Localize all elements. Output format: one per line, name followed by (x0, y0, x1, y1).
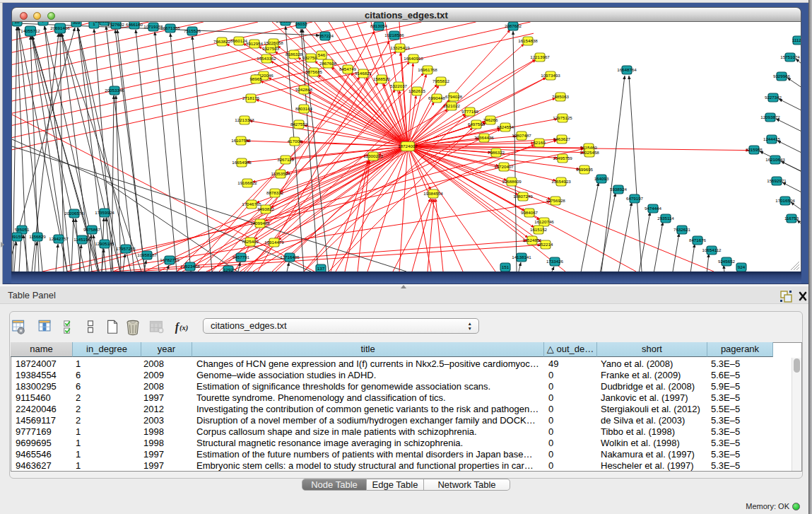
svg-text:16640910: 16640910 (404, 56, 423, 61)
svg-text:17046765: 17046765 (242, 201, 261, 206)
svg-text:7485063: 7485063 (552, 94, 570, 99)
svg-text:5322037: 5322037 (390, 83, 408, 88)
svg-text:16120746: 16120746 (534, 219, 554, 224)
svg-text:12975125: 12975125 (553, 115, 572, 120)
svg-text:7357224: 7357224 (317, 33, 334, 38)
svg-text:18807249: 18807249 (513, 194, 533, 199)
svg-text:9699695: 9699695 (576, 167, 594, 172)
svg-text:14055712: 14055712 (20, 28, 40, 33)
svg-text:746266: 746266 (483, 117, 498, 122)
svg-text:9457791: 9457791 (233, 255, 250, 259)
svg-text:8813054: 8813054 (370, 23, 388, 28)
svg-text:8454749: 8454749 (339, 66, 357, 71)
svg-text:17016504: 17016504 (775, 198, 795, 203)
svg-text:12093872: 12093872 (760, 115, 780, 119)
svg-text:12942757: 12942757 (49, 236, 69, 241)
svg-text:8186328: 8186328 (286, 52, 303, 57)
svg-text:9329966: 9329966 (773, 74, 791, 78)
svg-text:16033: 16033 (295, 22, 307, 26)
svg-text:3493822: 3493822 (257, 206, 275, 211)
svg-text:9463627: 9463627 (553, 136, 571, 141)
svg-text:20053346: 20053346 (105, 88, 124, 93)
svg-text:546: 546 (318, 52, 326, 57)
svg-text:5938924: 5938924 (610, 187, 628, 192)
svg-text:116753: 116753 (784, 216, 799, 221)
svg-text:9146821: 9146821 (355, 71, 372, 76)
svg-text:12213967: 12213967 (530, 54, 550, 59)
svg-text:1244415: 1244415 (763, 136, 781, 141)
svg-text:39159: 39159 (12, 234, 23, 239)
svg-text:10973493: 10973493 (541, 73, 560, 78)
svg-text:3875685: 3875685 (305, 69, 323, 74)
svg-text:8878332: 8878332 (266, 190, 284, 195)
svg-text:8912954: 8912954 (246, 41, 264, 46)
svg-text:3624554: 3624554 (497, 124, 514, 129)
svg-text:12300213: 12300213 (363, 153, 383, 158)
svg-text:10807487: 10807487 (512, 133, 531, 138)
svg-text:16961768: 16961768 (418, 67, 437, 72)
svg-text:3267110: 3267110 (277, 157, 294, 162)
svg-text:303: 303 (73, 22, 81, 25)
svg-text:2935114: 2935114 (657, 216, 674, 221)
svg-text:16782759: 16782759 (160, 257, 180, 262)
svg-text:16210643: 16210643 (765, 157, 785, 162)
svg-text:10688609: 10688609 (502, 179, 522, 184)
svg-text:20691406: 20691406 (50, 25, 70, 30)
svg-text:98965: 98965 (249, 76, 262, 81)
svg-text:9245652: 9245652 (718, 259, 736, 264)
svg-text:15692971: 15692971 (767, 178, 787, 183)
svg-text:6990448: 6990448 (428, 95, 446, 100)
svg-text:9777169: 9777169 (461, 109, 479, 114)
svg-text:19756928: 19756928 (546, 198, 565, 203)
svg-text:1145194: 1145194 (73, 237, 90, 242)
svg-text:14138141: 14138141 (512, 255, 531, 259)
svg-text:924: 924 (738, 264, 746, 269)
svg-text:18724007: 18724007 (398, 144, 418, 148)
svg-text:151: 151 (502, 264, 510, 269)
svg-text:10654112: 10654112 (702, 247, 722, 252)
svg-text:12213363: 12213363 (235, 117, 254, 122)
svg-text:6497568: 6497568 (468, 122, 486, 127)
svg-text:9975867: 9975867 (83, 227, 101, 232)
svg-text:8803144: 8803144 (295, 106, 313, 111)
svg-text:1527602: 1527602 (107, 22, 125, 27)
svg-text:9242848: 9242848 (295, 87, 313, 92)
svg-text:9327503: 9327503 (262, 46, 280, 51)
svg-text:13654923: 13654923 (551, 179, 571, 184)
svg-text:2718176: 2718176 (242, 95, 260, 100)
svg-text:137: 137 (317, 266, 325, 271)
svg-text:16648764: 16648764 (617, 67, 637, 72)
svg-text:6466160: 6466160 (126, 22, 143, 27)
svg-text:1733426: 1733426 (546, 259, 564, 264)
svg-text:16107553: 16107553 (231, 138, 251, 143)
svg-text:16671355: 16671355 (160, 25, 180, 30)
svg-text:9474444: 9474444 (645, 206, 662, 211)
svg-text:7: 7 (42, 22, 45, 23)
svg-text:20206576: 20206576 (64, 211, 84, 216)
svg-text:535051: 535051 (15, 227, 30, 232)
svg-text:6794028: 6794028 (445, 94, 463, 99)
svg-text:19384554: 19384554 (423, 191, 443, 196)
svg-text:3215955: 3215955 (746, 147, 763, 152)
svg-text:17359924: 17359924 (95, 210, 114, 215)
svg-text:19166822: 19166822 (237, 180, 257, 185)
svg-text:164093: 164093 (594, 176, 609, 181)
svg-text:10025458: 10025458 (579, 150, 599, 155)
svg-text:16914479: 16914479 (264, 240, 284, 245)
svg-text:8427552: 8427552 (290, 122, 308, 127)
svg-text:(x): (x) (180, 324, 188, 332)
svg-text:9227342: 9227342 (765, 95, 782, 100)
svg-text:13716485: 13716485 (280, 255, 300, 259)
svg-text:7632621: 7632621 (673, 227, 691, 232)
svg-text:8471676: 8471676 (689, 238, 707, 243)
svg-text:19218586: 19218586 (384, 33, 404, 37)
svg-text:1588520: 1588520 (373, 76, 391, 81)
svg-text:12923468: 12923468 (180, 264, 200, 269)
svg-text:7955812: 7955812 (433, 78, 450, 83)
svg-text:9084067: 9084067 (521, 210, 539, 215)
svg-text:417006: 417006 (288, 139, 302, 144)
svg-text:2087682: 2087682 (505, 23, 522, 28)
svg-text:7625402: 7625402 (242, 239, 259, 244)
svg-text:14099485: 14099485 (250, 221, 270, 226)
svg-text:16154838: 16154838 (518, 38, 538, 43)
